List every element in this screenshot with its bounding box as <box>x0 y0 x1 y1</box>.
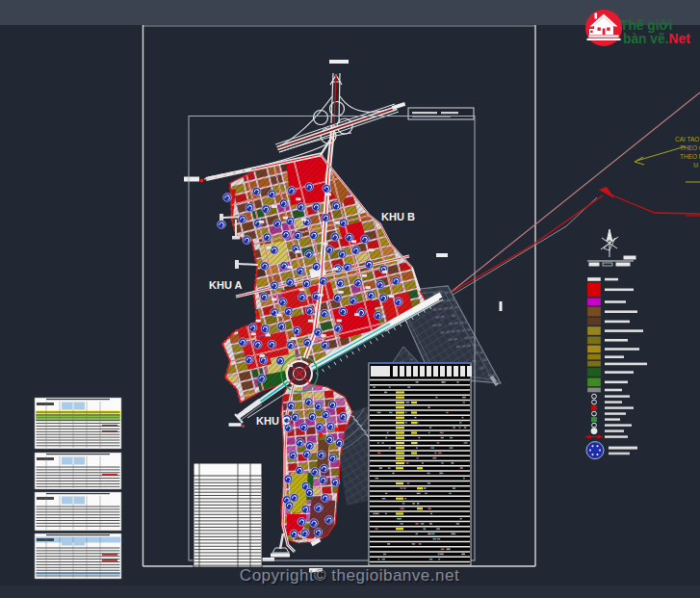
svg-text:Copyright© thegioibanve.net: Copyright© thegioibanve.net <box>240 566 459 585</box>
svg-text:Thế giới: Thế giới <box>620 18 672 33</box>
svg-text:KHU B: KHU B <box>381 211 415 222</box>
svg-text:CAI TAO TH: CAI TAO TH <box>675 136 700 143</box>
svg-text:KHU C: KHU C <box>256 415 290 427</box>
svg-text:M R: M R <box>693 162 700 169</box>
svg-text:bàn vẽ.Net: bàn vẽ.Net <box>623 32 690 46</box>
svg-text:THEO DA: THEO DA <box>680 153 700 160</box>
svg-text:KHU A: KHU A <box>209 279 242 291</box>
svg-text:THEO QH: THEO QH <box>680 144 700 152</box>
